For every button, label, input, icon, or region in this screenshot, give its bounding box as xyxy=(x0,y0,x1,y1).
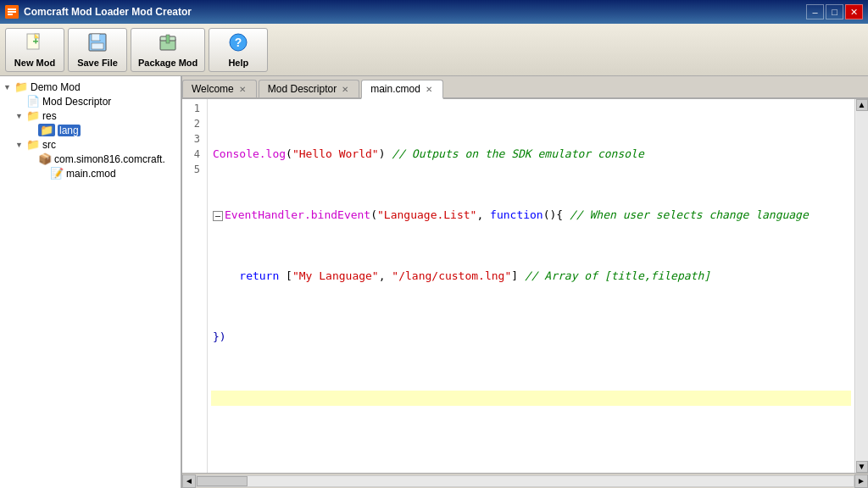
scroll-right-button[interactable]: ► xyxy=(854,474,868,488)
svg-rect-11 xyxy=(99,35,101,40)
folder-icon-lang: 📁 xyxy=(38,124,55,136)
minimize-button[interactable]: – xyxy=(806,4,824,19)
main-layout: ▼ 📁 Demo Mod 📄 Mod Descriptor ▼ 📁 res 📁 … xyxy=(0,76,868,488)
svg-rect-3 xyxy=(8,14,13,15)
code-line-2: –EventHandler.bindEvent("Language.List",… xyxy=(211,208,851,223)
line-number-2: 2 xyxy=(182,116,203,131)
title-bar-left: Comcraft Mod Loader Mod Creator xyxy=(5,5,192,19)
tree-item-demo-mod[interactable]: ▼ 📁 Demo Mod xyxy=(0,80,181,94)
help-label: Help xyxy=(228,58,248,68)
maximize-button[interactable]: □ xyxy=(826,4,843,19)
tab-welcome-close[interactable]: ✕ xyxy=(237,85,248,94)
line-number-5: 5 xyxy=(182,162,203,177)
label-com-package: com.simon816.comcraft. xyxy=(54,153,165,165)
tree-item-res[interactable]: ▼ 📁 res xyxy=(0,108,181,123)
vertical-scrollbar[interactable]: ▲ ▼ xyxy=(854,99,868,473)
tree-item-main-cmod[interactable]: 📝 main.cmod xyxy=(0,166,181,180)
tab-welcome[interactable]: Welcome ✕ xyxy=(182,80,257,97)
tab-main-cmod[interactable]: main.cmod ✕ xyxy=(361,80,443,99)
label-lang: lang xyxy=(58,125,81,136)
tree-item-mod-descriptor[interactable]: 📄 Mod Descriptor xyxy=(0,94,181,108)
help-button[interactable]: ? Help xyxy=(209,28,268,72)
app-icon xyxy=(5,5,19,19)
line-number-4: 4 xyxy=(182,147,203,162)
arrow-src: ▼ xyxy=(15,141,24,149)
code-editor[interactable]: Console.log("Hello World") // Outputs on… xyxy=(208,99,854,473)
svg-rect-15 xyxy=(166,35,170,43)
tree-item-src[interactable]: ▼ 📁 src xyxy=(0,137,181,152)
svg-rect-1 xyxy=(8,8,16,10)
code-line-3: return ["My Language", "/lang/custom.lng… xyxy=(211,269,851,284)
new-mod-button[interactable]: New Mod xyxy=(5,28,64,72)
package-icon: 📦 xyxy=(38,152,52,165)
svg-text:?: ? xyxy=(235,36,242,49)
fold-btn-2[interactable]: – xyxy=(213,211,223,221)
help-icon: ? xyxy=(228,32,248,56)
code-token: Console.log xyxy=(213,147,286,160)
tab-main-cmod-close[interactable]: ✕ xyxy=(424,85,434,94)
new-mod-icon xyxy=(25,32,45,56)
label-main-cmod: main.cmod xyxy=(66,168,116,180)
title-bar: Comcraft Mod Loader Mod Creator – □ ✕ xyxy=(0,0,868,24)
tab-mod-descriptor-close[interactable]: ✕ xyxy=(340,85,350,94)
tabs-bar: Welcome ✕ Mod Descriptor ✕ main.cmod ✕ xyxy=(182,76,868,99)
save-file-icon xyxy=(87,32,108,56)
package-mod-icon xyxy=(158,32,178,56)
code-line-5 xyxy=(211,391,851,406)
sidebar: ▼ 📁 Demo Mod 📄 Mod Descriptor ▼ 📁 res 📁 … xyxy=(0,76,182,488)
code-line-1: Console.log("Hello World") // Outputs on… xyxy=(211,147,851,162)
bottom-scrollbar-area: ◄ ► xyxy=(182,473,868,488)
toolbar: New Mod Save File Package Mod ? xyxy=(0,24,868,76)
line-number-3: 3 xyxy=(182,131,203,147)
package-mod-label: Package Mod xyxy=(138,58,198,68)
code-line-4: }) xyxy=(211,330,851,345)
tree-item-lang[interactable]: 📁 lang xyxy=(0,123,181,137)
svg-rect-2 xyxy=(8,11,16,13)
arrow-demo-mod: ▼ xyxy=(3,83,12,92)
save-file-button[interactable]: Save File xyxy=(68,28,127,72)
tab-mod-descriptor-label: Mod Descriptor xyxy=(268,83,337,95)
tree-item-com-package[interactable]: 📦 com.simon816.comcraft. xyxy=(0,152,181,166)
tab-main-cmod-label: main.cmod xyxy=(370,83,420,95)
line-number-1: 1 xyxy=(182,101,203,116)
svg-rect-10 xyxy=(92,34,100,41)
window-title: Comcraft Mod Loader Mod Creator xyxy=(24,6,192,18)
close-button[interactable]: ✕ xyxy=(845,4,863,19)
tab-welcome-label: Welcome xyxy=(192,83,234,95)
content-area: Welcome ✕ Mod Descriptor ✕ main.cmod ✕ 1… xyxy=(182,76,868,488)
label-res: res xyxy=(42,110,57,122)
svg-rect-8 xyxy=(36,38,37,43)
svg-rect-12 xyxy=(92,43,103,49)
line-numbers: 1 2 3 4 5 xyxy=(182,99,208,473)
package-mod-button[interactable]: Package Mod xyxy=(131,28,205,72)
folder-icon-src: 📁 xyxy=(26,138,40,151)
label-src: src xyxy=(42,139,56,151)
horizontal-scroll-track[interactable] xyxy=(196,475,854,487)
folder-icon-res: 📁 xyxy=(26,109,40,122)
file-icon-mod-descriptor: 📄 xyxy=(26,95,40,108)
arrow-res: ▼ xyxy=(15,112,24,120)
new-mod-label: New Mod xyxy=(14,58,55,68)
label-demo-mod: Demo Mod xyxy=(31,81,81,93)
scroll-left-button[interactable]: ◄ xyxy=(182,474,196,488)
scroll-down-button[interactable]: ▼ xyxy=(856,461,868,473)
horizontal-scroll-thumb[interactable] xyxy=(197,476,248,486)
tab-mod-descriptor[interactable]: Mod Descriptor ✕ xyxy=(259,80,359,97)
scroll-up-button[interactable]: ▲ xyxy=(856,99,868,111)
scroll-track xyxy=(856,111,868,461)
folder-icon-demo-mod: 📁 xyxy=(14,80,28,93)
save-file-label: Save File xyxy=(77,58,118,68)
cmod-icon: 📝 xyxy=(50,167,64,180)
editor-area: 1 2 3 4 5 Console.log("Hello World") // … xyxy=(182,99,868,473)
window-controls: – □ ✕ xyxy=(806,4,863,19)
label-mod-descriptor: Mod Descriptor xyxy=(42,96,111,108)
